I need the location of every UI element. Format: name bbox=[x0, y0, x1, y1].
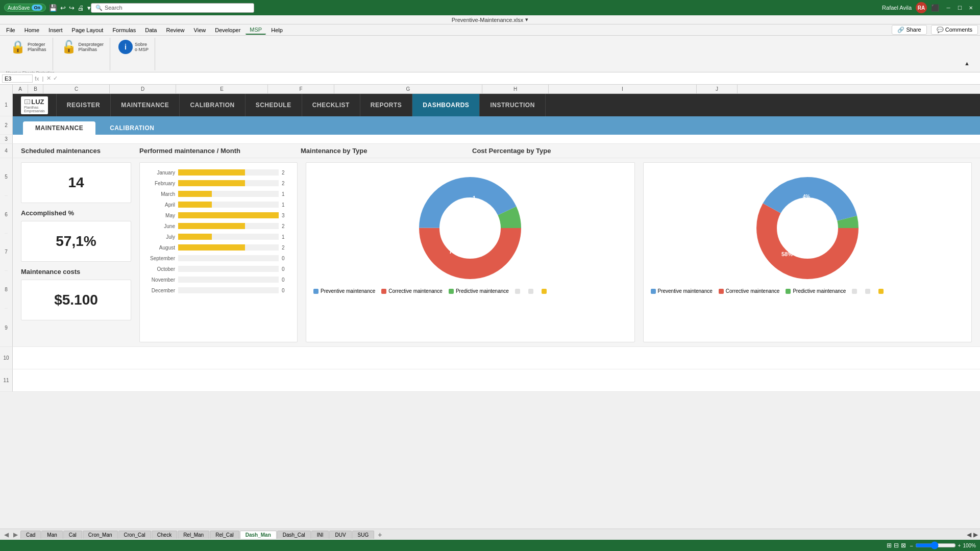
ribbon-collapse[interactable]: ▲ bbox=[964, 60, 970, 66]
scroll-right-icon[interactable]: ▶ bbox=[973, 531, 978, 538]
formula-cancel-icon[interactable]: ✕ bbox=[46, 75, 51, 82]
menu-formulas[interactable]: Formulas bbox=[108, 26, 140, 34]
nav-schedule[interactable]: SCHEDULE bbox=[246, 94, 302, 116]
sheet-tab-check[interactable]: Check bbox=[152, 531, 177, 539]
nav-maintenance[interactable]: MAINTENANCE bbox=[111, 94, 180, 116]
normal-view-button[interactable]: ⊞ bbox=[887, 542, 892, 549]
nav-prev-sheet[interactable]: ◀ bbox=[2, 531, 11, 538]
sheet-tab-cad[interactable]: Cad bbox=[20, 531, 41, 539]
col-header-b[interactable]: B bbox=[28, 85, 43, 94]
column-headers: A B C D E F G H I J bbox=[0, 85, 980, 94]
sheet-tab-cal[interactable]: Cal bbox=[63, 531, 82, 539]
bar-fill bbox=[178, 223, 245, 229]
ribbon-display-icon[interactable]: ⬛ bbox=[931, 4, 939, 12]
formula-function-icon[interactable]: fx bbox=[35, 76, 39, 82]
col-header-d[interactable]: D bbox=[110, 85, 176, 94]
menu-data[interactable]: Data bbox=[141, 26, 161, 34]
bar-row-july: July1 bbox=[147, 232, 290, 241]
bar-month-label: December bbox=[147, 288, 175, 293]
zoom-slider[interactable] bbox=[915, 541, 956, 549]
menu-page-layout[interactable]: Page Layout bbox=[68, 26, 108, 34]
subtab-calibration[interactable]: CALIBRATION bbox=[97, 121, 166, 135]
sheet-tab-man[interactable]: Man bbox=[41, 531, 62, 539]
row-10: 10 bbox=[0, 347, 980, 369]
ribbon-content: 🔒 ProtegerPlanilhas 🔓 DesprotegerPlanilh… bbox=[4, 38, 155, 70]
bar-track bbox=[178, 212, 279, 218]
col-header-f[interactable]: F bbox=[268, 85, 334, 94]
zoom-in-button[interactable]: + bbox=[958, 543, 961, 548]
sheet-tab-cron-man[interactable]: Cron_Man bbox=[83, 531, 118, 539]
scroll-left-icon[interactable]: ◀ bbox=[967, 531, 971, 538]
print-icon[interactable]: 🖨 bbox=[78, 4, 84, 12]
formula-input[interactable] bbox=[60, 76, 978, 82]
undo-icon[interactable]: ↩ bbox=[60, 4, 66, 12]
menu-home[interactable]: Home bbox=[20, 26, 43, 34]
menu-insert[interactable]: Insert bbox=[44, 26, 67, 34]
sheet-tab-dash-man[interactable]: Dash_Man bbox=[240, 531, 277, 539]
nav-dashboards[interactable]: DASHBOARDS bbox=[412, 94, 480, 116]
donut1-legend-predictive: Predictive maintenance bbox=[449, 288, 509, 294]
autosave-badge[interactable]: AutoSave On bbox=[4, 4, 46, 12]
bar-value: 2 bbox=[282, 181, 290, 186]
redo-icon[interactable]: ↪ bbox=[69, 4, 75, 12]
avatar: RA bbox=[916, 2, 927, 13]
share-button[interactable]: 🔗 Share bbox=[892, 25, 926, 35]
search-box[interactable]: 🔍 Search bbox=[91, 3, 254, 13]
donut2-container: 38% 58% 4% bbox=[651, 172, 965, 284]
close-button[interactable]: ✕ bbox=[966, 4, 976, 12]
sheet-tab-sug[interactable]: SUG bbox=[352, 531, 375, 539]
dashboard-panels: 14 Accomplished % 57,1% Maintenance cost… bbox=[21, 162, 972, 342]
nav-next-sheet[interactable]: ▶ bbox=[11, 531, 20, 538]
nav-checklist[interactable]: CHECKLIST bbox=[302, 94, 360, 116]
col-header-h[interactable]: H bbox=[482, 85, 549, 94]
menu-review[interactable]: Review bbox=[162, 26, 188, 34]
nav-instruction[interactable]: INSTRUCTION bbox=[480, 94, 546, 116]
maximize-button[interactable]: ☐ bbox=[954, 4, 965, 12]
ribbon-protect-btn[interactable]: 🔒 ProtegerPlanilhas bbox=[10, 40, 46, 54]
costs-label: Maintenance costs bbox=[21, 268, 131, 276]
subtabs-cell: MAINTENANCE CALIBRATION bbox=[13, 116, 980, 135]
cell-reference[interactable] bbox=[2, 74, 33, 83]
customize-icon[interactable]: ▾ bbox=[87, 4, 91, 12]
menu-file[interactable]: File bbox=[2, 26, 19, 34]
page-break-view-button[interactable]: ⊠ bbox=[901, 542, 906, 549]
add-sheet-button[interactable]: + bbox=[375, 530, 385, 540]
sheet-tab-cron-cal[interactable]: Cron_Cal bbox=[118, 531, 151, 539]
row-4: 4 Scheduled maintenances Performed maint… bbox=[0, 144, 980, 158]
nav-reports[interactable]: REPORTS bbox=[360, 94, 413, 116]
col-header-g[interactable]: G bbox=[334, 85, 482, 94]
col-header-c[interactable]: C bbox=[43, 85, 110, 94]
ribbon-about-btn[interactable]: i Sobreo MSP bbox=[118, 40, 149, 54]
titles-row-cell: Scheduled maintenances Performed mainten… bbox=[13, 144, 980, 158]
page-layout-view-button[interactable]: ⊟ bbox=[894, 542, 899, 549]
bar-month-label: March bbox=[147, 191, 175, 197]
donut2-legend-extra2 bbox=[865, 288, 872, 294]
save-icon[interactable]: 💾 bbox=[49, 4, 57, 12]
autosave-toggle[interactable]: On bbox=[32, 5, 42, 11]
col-header-e[interactable]: E bbox=[176, 85, 268, 94]
sheet-tab-rel-cal[interactable]: Rel_Cal bbox=[210, 531, 239, 539]
ribbon-unprotect-btn[interactable]: 🔓 DesprotegerPlanilhas bbox=[61, 40, 104, 54]
sheet-tab-dash-cal[interactable]: Dash_Cal bbox=[277, 531, 311, 539]
menu-help[interactable]: Help bbox=[267, 26, 287, 34]
sheet-tab-rel-man[interactable]: Rel_Man bbox=[178, 531, 209, 539]
menu-msp[interactable]: MSP bbox=[246, 26, 266, 35]
menu-developer[interactable]: Developer bbox=[211, 26, 244, 34]
donut2-section: 38% 58% 4% Preventive maintenance bbox=[643, 162, 972, 342]
nav-calibration[interactable]: CALIBRATION bbox=[180, 94, 245, 116]
svg-text:6: 6 bbox=[486, 224, 490, 232]
col-header-a[interactable]: A bbox=[13, 85, 28, 94]
menu-view[interactable]: View bbox=[190, 26, 210, 34]
subtab-maintenance[interactable]: MAINTENANCE bbox=[23, 121, 95, 135]
col-header-i[interactable]: I bbox=[549, 85, 697, 94]
minimize-button[interactable]: ─ bbox=[943, 4, 953, 12]
donut1-legend-extra1 bbox=[515, 288, 522, 294]
sheet-tab-ini[interactable]: INI bbox=[311, 531, 329, 539]
comments-button[interactable]: 💬 Comments bbox=[931, 25, 978, 35]
formula-confirm-icon[interactable]: ✓ bbox=[53, 75, 58, 82]
bar-month-label: May bbox=[147, 213, 175, 218]
sheet-tab-duv[interactable]: DUV bbox=[329, 531, 351, 539]
zoom-out-button[interactable]: – bbox=[910, 543, 913, 548]
col-header-j[interactable]: J bbox=[697, 85, 738, 94]
nav-register[interactable]: REGISTER bbox=[57, 94, 111, 116]
